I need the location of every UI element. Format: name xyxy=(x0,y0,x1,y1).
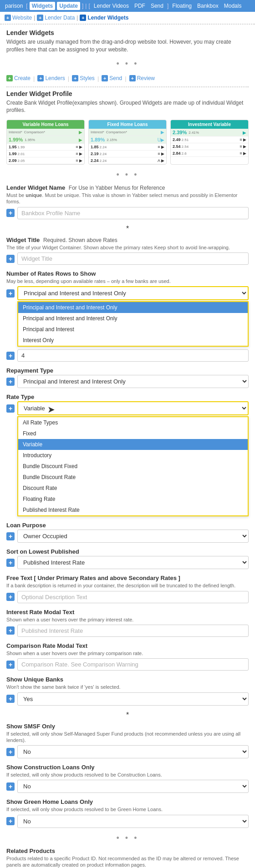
plus-icon-widget-name[interactable]: + xyxy=(6,209,15,217)
plus-icon-comparison-modal[interactable]: + xyxy=(6,661,15,669)
free-text-input[interactable] xyxy=(17,591,249,603)
related-products-label: Related Products xyxy=(6,848,249,854)
unique-banks-sublabel: Won't show the same bank twice if 'yes' … xyxy=(6,684,249,690)
nav-modals[interactable]: Modals xyxy=(222,2,244,10)
sub-nav-send-label: Send xyxy=(109,75,122,81)
rate-option-floating[interactable]: Floating Rate xyxy=(18,494,248,505)
plus-icon-widgets: + xyxy=(80,15,86,21)
sub-nav-send[interactable]: + Send xyxy=(102,75,122,81)
sub-nav-lenders-label: Lenders xyxy=(45,75,65,81)
sort-on-select[interactable]: Published Interest Rate Comparison Rate xyxy=(17,556,249,569)
field-construction: Show Construction Loans Only If selected… xyxy=(6,764,249,793)
plus-icon-free-text[interactable]: + xyxy=(6,593,15,601)
smsf-select[interactable]: No Yes xyxy=(17,745,249,758)
widget-name-input[interactable] xyxy=(17,207,249,219)
rate-option-all[interactable]: All Rate Types xyxy=(18,417,248,428)
top-navigation[interactable]: parison [ Widgets Update ] | [ Lender Vi… xyxy=(0,0,255,12)
rate-option-published[interactable]: Published Interest Rate xyxy=(18,505,248,515)
widget-title-sublabel: The title of your Widget Container. Show… xyxy=(6,244,249,251)
plus-icon-num-rates[interactable]: + xyxy=(6,289,15,298)
sub-nav-create[interactable]: + Create xyxy=(6,75,31,81)
sub-nav-create-label: Create xyxy=(14,75,31,81)
plus-icon-construction[interactable]: + xyxy=(6,782,15,791)
nav-update[interactable]: Update xyxy=(57,2,80,10)
fixed-row-4: 2.242.24 A ▶ xyxy=(89,157,166,164)
bracket-open: [ xyxy=(26,3,27,9)
breadcrumb-website[interactable]: + Website xyxy=(5,15,32,21)
comparison-modal-sublabel: Shown when a user hovers over the primar… xyxy=(6,650,249,656)
field-widget-name: Lender Widget Name For Use in Yabber Men… xyxy=(6,184,249,219)
nav-pdf[interactable]: PDF xyxy=(133,2,147,10)
field-smsf: Show SMSF Only If selected, will only sh… xyxy=(6,723,249,759)
nav-floating[interactable]: Floating xyxy=(170,2,194,10)
widget-card-fixed: Fixed Home Loans Interest* Comparison* ▶… xyxy=(88,120,167,165)
num-rates-value-input[interactable] xyxy=(17,349,249,362)
sub-nav-lenders[interactable]: + Lenders xyxy=(37,75,65,81)
plus-icon-smsf[interactable]: + xyxy=(6,748,15,756)
num-rates-option-3[interactable]: Principal and Interest xyxy=(18,324,248,335)
plus-icon-unique-banks[interactable]: + xyxy=(6,695,15,703)
nav-lender-videos[interactable]: Lender Videos xyxy=(92,2,131,10)
num-rates-option-4[interactable]: Interest Only xyxy=(18,335,248,346)
comparison-modal-input[interactable] xyxy=(17,658,249,671)
bracket-close2: ] xyxy=(167,3,168,9)
interest-modal-label: Interest Rate Modal Text xyxy=(6,609,249,616)
unique-banks-select[interactable]: Yes No xyxy=(17,692,249,706)
sub-nav-review[interactable]: + Review xyxy=(129,75,155,81)
field-free-text: Free Text [ Under Primary Rates and abov… xyxy=(6,575,249,603)
nav-widgets[interactable]: Widgets xyxy=(30,2,56,10)
num-rates-option-selected[interactable]: Principal and Interest and Interest Only xyxy=(18,302,248,313)
plus-icon-green-home[interactable]: + xyxy=(6,817,15,825)
divider-1 xyxy=(6,86,249,87)
rate-type-label: Rate Type xyxy=(6,394,249,400)
plus-icon-loan-purpose[interactable]: + xyxy=(6,532,15,540)
smsf-sublabel: If selected, will only show Self-Managed… xyxy=(6,731,249,744)
sep1: | xyxy=(85,3,87,9)
nav-send[interactable]: Send xyxy=(149,2,165,10)
loan-purpose-label: Loan Purpose xyxy=(6,522,249,529)
sub-nav-styles[interactable]: + Styles xyxy=(72,75,95,81)
plus-icon-num-rates-val[interactable]: + xyxy=(6,352,15,360)
widget-examples: Variable Home Loans Interest* Comparison… xyxy=(6,120,249,165)
widget-card-fixed-header: Fixed Home Loans xyxy=(89,120,166,129)
green-home-select[interactable]: No Yes xyxy=(17,815,249,828)
fixed-row-2: 1.852.24 ≡ ▶ xyxy=(89,144,166,151)
num-rates-select[interactable]: Principal and Interest and Interest Only… xyxy=(17,286,249,300)
num-rates-option-2[interactable]: Principal and Interest and Interest Only xyxy=(18,313,248,324)
rate-option-discount[interactable]: Discount Rate xyxy=(18,483,248,494)
interest-modal-input[interactable] xyxy=(17,625,249,637)
rate-option-fixed[interactable]: Fixed xyxy=(18,428,248,439)
field-comparison-modal: Comparison Rate Modal Text Shown when a … xyxy=(6,642,249,671)
rate-option-bundle-rate[interactable]: Bundle Discount Rate xyxy=(18,472,248,483)
widget-row-0: Interest* Comparison* ▶ xyxy=(7,129,84,136)
breadcrumb: + Website | + Lender Data | + Lender Wid… xyxy=(0,12,255,25)
nav-bankbox[interactable]: Bankbox xyxy=(195,2,220,10)
rate-option-intro[interactable]: Introductory xyxy=(18,450,248,461)
construction-select[interactable]: No Yes xyxy=(17,780,249,793)
loan-purpose-select[interactable]: Owner Occupied Investment Both xyxy=(17,530,249,543)
related-products-sublabel: Products related to a specific Product I… xyxy=(6,855,249,868)
widget-card-investment: Investment Variable 2.39% 2.41% ▶ 2.492.… xyxy=(170,120,249,165)
plus-icon-widget-title[interactable]: + xyxy=(6,255,15,263)
asterisk-divider-2: * xyxy=(6,711,249,719)
widget-title-input[interactable] xyxy=(17,252,249,265)
bracket-close: ] xyxy=(82,3,83,9)
breadcrumb-lender-data[interactable]: + Lender Data xyxy=(37,15,75,21)
dots-divider-3: • • • xyxy=(6,833,249,843)
widget-profile-title: Lender Widget Profile xyxy=(6,90,249,97)
num-rates-sublabel: May be less, depending upon available ra… xyxy=(6,278,249,284)
breadcrumb-lender-widgets[interactable]: + Lender Widgets xyxy=(80,15,128,21)
interest-modal-sublabel: Shown when a user hovers over the primar… xyxy=(6,616,249,623)
nav-comparison[interactable]: parison xyxy=(4,2,24,10)
widget-card-investment-header: Investment Variable xyxy=(171,120,248,129)
sort-on-label: Sort on Lowest Published xyxy=(6,548,249,555)
rate-option-variable-selected[interactable]: Variable xyxy=(18,439,248,450)
num-rates-label: Number of Rates Rows to Show xyxy=(6,270,249,277)
plus-icon-rate-type[interactable]: + xyxy=(6,404,15,413)
plus-icon-repayment[interactable]: + xyxy=(6,378,15,386)
rate-option-bundle-fixed[interactable]: Bundle Discount Fixed xyxy=(18,461,248,472)
plus-icon-interest-modal[interactable]: + xyxy=(6,626,15,635)
repayment-type-select[interactable]: Principal and Interest and Interest Only… xyxy=(17,375,249,388)
plus-icon-review: + xyxy=(129,75,136,81)
plus-icon-sort-on[interactable]: + xyxy=(6,559,15,567)
